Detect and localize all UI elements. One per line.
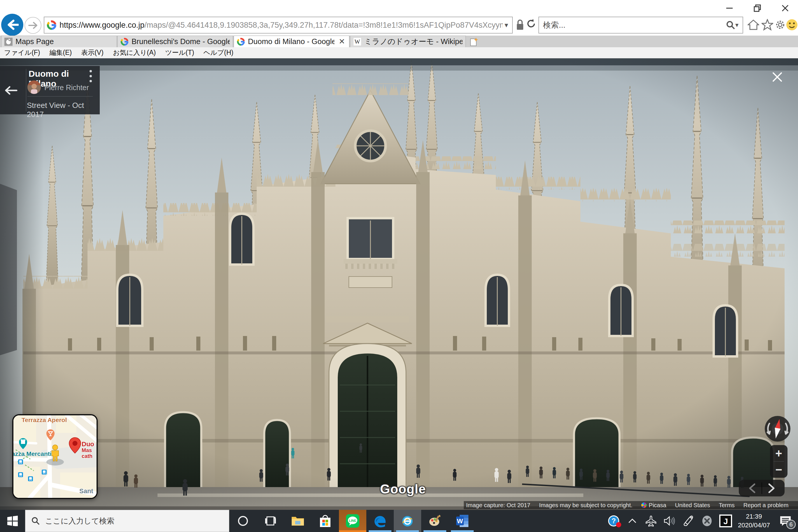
disconnect-tray-icon[interactable]	[698, 510, 716, 532]
image-capture-label: Image capture: Oct 2017	[466, 502, 530, 509]
street-view-viewport: Duomo di Milano Pierre Richter Street Vi…	[0, 58, 798, 510]
refresh-icon	[526, 18, 537, 29]
menu-file[interactable]: ファイル(F)	[4, 48, 40, 57]
capture-date-label: Street View - Oct 2017	[27, 101, 100, 119]
taskbar-search-box[interactable]: ここに入力して検索	[25, 510, 229, 532]
menu-favorites[interactable]: お気に入り(A)	[113, 48, 156, 57]
home-button[interactable]	[747, 18, 760, 32]
microsoft-store-button[interactable]	[311, 510, 339, 532]
minimap-poi-label[interactable]: Terrazza Aperol	[22, 417, 67, 423]
running-indicator	[369, 530, 392, 532]
ime-mode-tray-icon[interactable]: J	[716, 510, 735, 532]
apple-maps-favicon	[4, 38, 13, 46]
get-help-tray-icon[interactable]: ?	[604, 510, 623, 532]
close-street-view-button[interactable]	[772, 71, 783, 83]
notification-count-badge: 6	[786, 520, 796, 529]
menu-edit[interactable]: 編集(E)	[50, 48, 72, 57]
menu-help[interactable]: ヘルプ(H)	[204, 48, 234, 57]
svg-text:W: W	[355, 38, 360, 45]
airplane-icon	[645, 515, 657, 527]
menu-view[interactable]: 表示(V)	[81, 48, 103, 57]
edge-icon	[373, 514, 387, 528]
next-image-button[interactable]	[767, 482, 776, 494]
clock-time: 21:39	[735, 512, 773, 521]
tab-bar: Maps Page Brunelleschi's Dome - Google .…	[0, 36, 798, 47]
file-explorer-button[interactable]	[284, 510, 311, 532]
running-indicator	[339, 530, 366, 532]
new-tab-button[interactable]	[467, 37, 481, 47]
task-view-button[interactable]	[256, 510, 284, 532]
window-minimize-button[interactable]	[721, 2, 738, 15]
start-button[interactable]	[0, 510, 25, 532]
star-icon	[762, 19, 773, 31]
help-notification-badge	[616, 522, 621, 527]
feedback-smiley-button[interactable]	[785, 18, 798, 32]
refresh-button[interactable]	[526, 18, 537, 29]
svg-text:W: W	[457, 517, 463, 525]
browser-forward-button[interactable]	[24, 17, 41, 34]
terms-link[interactable]: Terms	[719, 502, 735, 509]
url-text: https://www.google.co.jp/maps/@45.464141…	[59, 21, 503, 30]
file-explorer-icon	[291, 515, 304, 527]
edge-button[interactable]	[366, 510, 394, 532]
cortana-button[interactable]	[229, 510, 256, 532]
tab-wikipedia[interactable]: W ミラノのドゥオーモ - Wikipedia	[350, 36, 466, 47]
pen-tray-icon[interactable]	[679, 510, 698, 532]
address-bar[interactable]: https://www.google.co.jp/maps/@45.464141…	[44, 17, 513, 34]
zoom-control: + −	[770, 445, 787, 478]
zoom-in-button[interactable]: +	[775, 448, 782, 459]
compass-control[interactable]	[764, 415, 792, 443]
author-name[interactable]: Pierre Richter	[44, 83, 89, 92]
paint-button[interactable]	[421, 510, 449, 532]
window-close-button[interactable]	[777, 2, 794, 15]
author-avatar[interactable]	[27, 80, 41, 94]
volume-tray-icon[interactable]	[660, 510, 679, 532]
search-dropdown-icon[interactable]: ▾	[735, 21, 739, 29]
tab-maps-page[interactable]: Maps Page	[1, 36, 117, 47]
window-restore-button[interactable]	[749, 2, 766, 15]
tab-brunelleschi[interactable]: Brunelleschi's Dome - Google ...	[117, 36, 233, 47]
windows-taskbar: ここに入力して検索 LINE	[0, 510, 798, 532]
restore-icon	[753, 4, 762, 12]
tab-close-icon[interactable]: ✕	[338, 37, 346, 46]
word-button[interactable]: W	[449, 510, 476, 532]
ime-j-icon: J	[719, 514, 732, 527]
home-icon	[747, 19, 759, 30]
speaker-icon	[664, 516, 676, 526]
minimap-destination-label-3: cath	[82, 453, 93, 459]
menu-tools[interactable]: ツール(T)	[165, 48, 194, 57]
minimap-destination-label-1: Duo	[82, 440, 94, 448]
minimap-church-label: Sant	[79, 487, 93, 495]
line-icon: LINE	[346, 514, 359, 528]
previous-image-button[interactable]	[747, 482, 756, 494]
action-center-button[interactable]: 6	[773, 510, 798, 532]
report-problem-link[interactable]: Report a problem	[743, 502, 788, 509]
image-navigation-control	[739, 480, 784, 496]
browser-titlebar: https://www.google.co.jp/maps/@45.464141…	[0, 0, 798, 36]
svg-text:J: J	[723, 517, 728, 526]
airplane-mode-tray-icon[interactable]	[642, 510, 660, 532]
system-tray: ? J 21:39 2020/04/07	[604, 510, 798, 532]
internet-explorer-button[interactable]	[394, 510, 421, 532]
search-icon	[31, 516, 40, 525]
browser-search-placeholder: 検索...	[543, 20, 726, 30]
zoom-out-button[interactable]: −	[775, 464, 782, 475]
line-app-button[interactable]: LINE	[339, 510, 366, 532]
taskbar-search-placeholder: ここに入力して検索	[45, 516, 114, 526]
browser-search-box[interactable]: 検索... ▾	[538, 17, 743, 34]
minimap-destination-label-2: Mas	[82, 448, 92, 454]
smiley-icon	[786, 19, 798, 31]
copyright-label: Images may be subject to copyright.	[539, 502, 632, 509]
tray-overflow-button[interactable]	[623, 510, 642, 532]
street-view-panorama[interactable]	[0, 58, 798, 510]
taskbar-clock[interactable]: 21:39 2020/04/07	[735, 512, 773, 530]
desktop-screen: https://www.google.co.jp/maps/@45.464141…	[0, 0, 798, 532]
paint-icon	[428, 514, 442, 528]
minimap[interactable]: Terrazza Aperol azza Mercanti Duo Mas ca…	[12, 414, 98, 499]
search-icon[interactable]	[726, 20, 735, 30]
browser-back-button[interactable]	[1, 14, 23, 36]
url-dropdown-icon[interactable]: ▾	[505, 21, 508, 29]
exit-street-view-button[interactable]	[3, 85, 19, 96]
favorites-button[interactable]	[761, 18, 774, 32]
tab-duomo-active[interactable]: Duomo di Milano - Google ... ✕	[234, 36, 349, 47]
